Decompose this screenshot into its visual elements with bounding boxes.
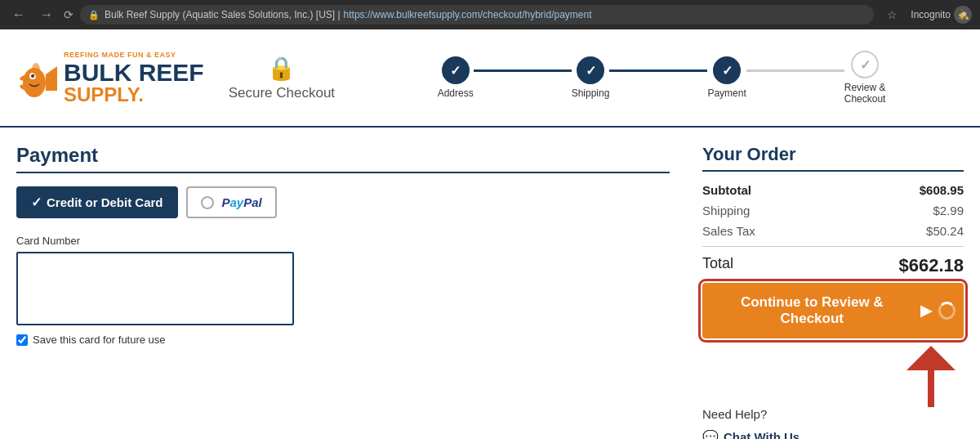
- incognito-label: Incognito: [911, 9, 951, 20]
- padlock-icon: 🔒: [267, 55, 296, 82]
- payment-title: Payment: [16, 144, 670, 173]
- red-arrow-annotation-icon: [898, 342, 964, 407]
- order-tax-row: Sales Tax $50.24: [702, 224, 964, 238]
- svg-point-6: [32, 63, 40, 76]
- step-review-label: Review &Checkout: [844, 82, 886, 105]
- subtotal-value: $608.95: [920, 183, 964, 197]
- order-divider: [702, 246, 964, 247]
- refresh-button[interactable]: ⟳: [64, 8, 74, 21]
- logo-section: REEFING MADE FUN & EASY BULK REEF SUPPLY…: [16, 52, 204, 105]
- total-value: $662.18: [898, 255, 964, 276]
- order-title: Your Order: [702, 144, 964, 172]
- step-payment-label: Payment: [707, 87, 746, 99]
- logo-supply: SUPPLY.: [64, 83, 144, 105]
- total-label: Total: [702, 255, 733, 276]
- browser-chrome: ← → ⟳ 🔒 Bulk Reef Supply (Aquatic Sales …: [0, 0, 980, 29]
- annotation-arrow: [702, 342, 964, 407]
- step-address-circle: ✓: [442, 56, 470, 84]
- credit-card-label: Credit or Debit Card: [47, 195, 163, 209]
- url-text: https://www.bulkreefsupply.com/checkout/…: [344, 9, 592, 20]
- svg-marker-9: [906, 346, 956, 370]
- incognito-indicator: Incognito 🕵: [911, 6, 972, 24]
- chat-with-us-row: 💬 Chat With Us: [702, 429, 964, 439]
- connector-2: [609, 69, 707, 72]
- payment-section: Payment ✓ Credit or Debit Card PayPal Ca…: [16, 144, 670, 439]
- lock-icon: 🔒: [88, 10, 100, 20]
- shipping-label: Shipping: [702, 204, 750, 217]
- back-button[interactable]: ←: [8, 6, 29, 24]
- main-content: Payment ✓ Credit or Debit Card PayPal Ca…: [0, 128, 980, 439]
- site-header: REEFING MADE FUN & EASY BULK REEF SUPPLY…: [0, 29, 980, 128]
- radio-circle-icon: [201, 196, 214, 209]
- step-address: ✓ Address: [438, 56, 474, 99]
- connector-3: [746, 69, 844, 72]
- chat-bubble-icon: 💬: [702, 429, 719, 439]
- address-bar[interactable]: 🔒 Bulk Reef Supply (Aquatic Sales Soluti…: [80, 5, 874, 25]
- order-summary: Your Order Subtotal $608.95 Shipping $2.…: [702, 144, 964, 439]
- tax-value: $50.24: [926, 224, 964, 238]
- checkout-btn-label: Continue to Review & Checkout: [710, 294, 914, 327]
- step-address-label: Address: [438, 87, 474, 99]
- fish-mascot-icon: [16, 52, 57, 105]
- step-shipping-circle: ✓: [577, 56, 604, 84]
- save-card-label: Save this card for future use: [33, 334, 166, 346]
- site-name: Bulk Reef Supply (Aquatic Sales Solution…: [105, 9, 341, 20]
- card-number-input[interactable]: [16, 252, 294, 325]
- step-review-circle: ✓: [851, 51, 879, 78]
- secure-checkout-label: Secure Checkout: [229, 85, 335, 101]
- paypal-logo-text: PayPal: [222, 195, 262, 209]
- shipping-value: $2.99: [933, 204, 964, 217]
- logo-tagline: REEFING MADE FUN & EASY: [64, 52, 204, 59]
- forward-button[interactable]: →: [36, 6, 57, 24]
- paypal-button[interactable]: PayPal: [186, 186, 277, 218]
- step-shipping-label: Shipping: [572, 87, 610, 99]
- chat-with-us-label[interactable]: Chat With Us: [724, 430, 800, 439]
- chat-section: 💬 Chat With Us Monday - Thursday 9am - 5…: [702, 429, 964, 439]
- order-shipping-row: Shipping $2.99: [702, 204, 964, 217]
- connector-1: [474, 69, 572, 72]
- logo-text: REEFING MADE FUN & EASY BULK REEF SUPPLY…: [64, 52, 204, 105]
- logo-bulk: BULK REEF: [64, 59, 204, 86]
- bookmark-button[interactable]: ☆: [887, 8, 898, 21]
- step-payment: ✓ Payment: [707, 56, 746, 99]
- secure-checkout-section: 🔒 Secure Checkout: [204, 55, 359, 101]
- check-icon: ✓: [31, 195, 42, 210]
- tax-label: Sales Tax: [702, 224, 755, 238]
- step-payment-circle: ✓: [713, 56, 741, 84]
- save-card-row: Save this card for future use: [16, 334, 670, 346]
- step-shipping: ✓ Shipping: [572, 56, 610, 99]
- svg-marker-1: [46, 66, 57, 91]
- card-number-label: Card Number: [16, 235, 670, 247]
- step-review: ✓ Review &Checkout: [844, 51, 886, 105]
- loading-spinner-icon: [938, 302, 956, 320]
- continue-checkout-button[interactable]: Continue to Review & Checkout ▶: [702, 283, 964, 338]
- order-total-row: Total $662.18: [702, 255, 964, 276]
- incognito-avatar: 🕵: [954, 6, 972, 24]
- credit-card-button[interactable]: ✓ Credit or Debit Card: [16, 186, 178, 218]
- need-help-label: Need Help?: [702, 407, 964, 421]
- checkout-progress: ✓ Address ✓ Shipping ✓ Payment ✓ Review …: [359, 51, 964, 105]
- subtotal-label: Subtotal: [702, 183, 751, 197]
- save-card-checkbox[interactable]: [16, 334, 28, 346]
- checkout-arrow-icon: ▶: [920, 302, 932, 320]
- payment-methods: ✓ Credit or Debit Card PayPal: [16, 186, 670, 218]
- order-subtotal-row: Subtotal $608.95: [702, 183, 964, 197]
